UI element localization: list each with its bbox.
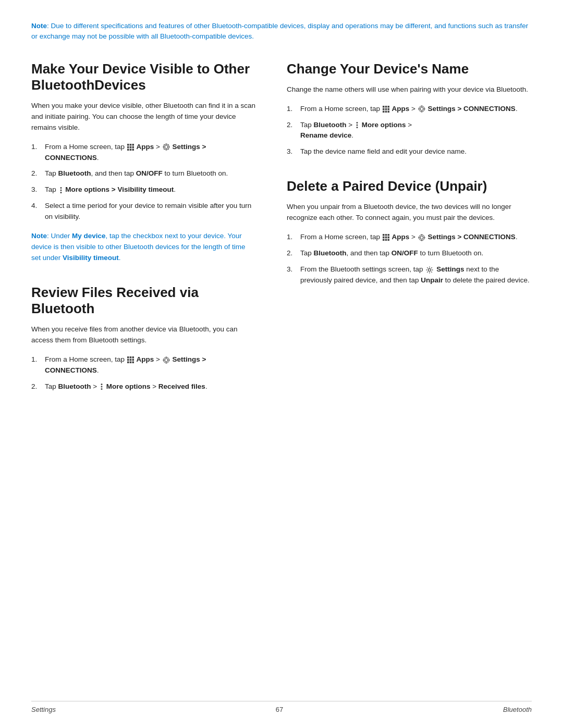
svg-rect-66 [387, 239, 389, 241]
step-num: 1. [31, 354, 41, 376]
svg-rect-41 [385, 106, 387, 108]
step-content: Tap Bluetooth > More options > Received … [45, 381, 255, 392]
change-name-steps: 1. From a Home screen, tap [287, 104, 532, 158]
svg-rect-60 [387, 234, 389, 236]
footer-page-number: 67 [276, 706, 283, 713]
settings-icon-inline [418, 105, 425, 113]
step-bold: Settings > CONNECTIONS [45, 143, 206, 162]
step-bold: Settings > CONNECTIONS [427, 105, 515, 113]
step-bold: ON/OFF [136, 169, 163, 177]
page: Note: Due to different specifications an… [0, 0, 563, 728]
delete-paired-step-2: 2. Tap Bluetooth, and then tap ON/OFF to… [287, 248, 532, 259]
make-visible-step-1: 1. From a Home screen, tap [31, 142, 255, 164]
gear-settings-icon [426, 266, 433, 274]
change-name-step-2: 2. Tap Bluetooth > More options > [287, 120, 532, 142]
svg-point-67 [420, 236, 423, 239]
step-content: Tap Bluetooth > More options > Rename de… [300, 120, 532, 142]
svg-rect-48 [387, 110, 389, 113]
svg-point-38 [101, 386, 102, 388]
make-visible-step-3: 3. Tap More options > Visibility timeo [31, 184, 255, 195]
top-note: Note: Due to different specifications an… [31, 21, 532, 42]
step-bold: Apps [392, 105, 410, 113]
review-files-heading: Review Files Received viaBluetooth [31, 285, 255, 317]
review-files-step-2: 2. Tap Bluetooth > More options > [31, 381, 255, 392]
svg-rect-7 [130, 149, 132, 151]
svg-rect-1 [130, 144, 132, 146]
step-bold: More options [106, 382, 151, 390]
make-visible-section: Make Your Device Visible to Other Blueto… [31, 61, 255, 264]
svg-point-32 [163, 357, 169, 363]
step-bold: Bluetooth [58, 382, 91, 390]
svg-rect-43 [383, 108, 385, 110]
step-bold: Apps [392, 233, 410, 241]
step-num: 4. [31, 201, 41, 223]
svg-rect-0 [127, 144, 129, 146]
svg-rect-11 [166, 144, 167, 145]
step-bold: Bluetooth [314, 121, 347, 129]
svg-rect-23 [130, 356, 132, 359]
delete-paired-section: Delete a Paired Device (Unpair) When you… [287, 178, 532, 286]
svg-rect-28 [127, 362, 129, 364]
step-content: From a Home screen, tap [45, 142, 255, 164]
step-content: From a Home screen, tap [45, 354, 255, 376]
delete-paired-intro: When you unpair from a Bluetooth device,… [287, 202, 532, 224]
settings-icon-inline [163, 356, 170, 364]
change-name-section: Change Your Device's Name Change the nam… [287, 61, 532, 158]
svg-rect-29 [130, 362, 132, 364]
more-options-icon [100, 383, 104, 390]
step-content: Tap Bluetooth, and then tap ON/OFF to tu… [45, 168, 255, 179]
svg-rect-40 [383, 106, 385, 108]
svg-rect-6 [127, 149, 129, 151]
svg-rect-45 [387, 108, 389, 110]
step-bold: More options > Visibility timeout [65, 186, 174, 193]
svg-rect-5 [132, 146, 134, 148]
review-files-steps: 1. From a Home screen, tap [31, 354, 255, 392]
step-bold: Received files [158, 382, 205, 390]
apps-icon-inline [127, 356, 134, 363]
step-num: 2. [287, 248, 296, 259]
svg-rect-59 [385, 234, 387, 236]
svg-rect-25 [127, 359, 129, 361]
svg-rect-2 [132, 144, 134, 146]
make-visible-steps: 1. From a Home screen, tap [31, 142, 255, 223]
apps-icon-inline [383, 234, 389, 241]
two-col-layout: Make Your Device Visible to Other Blueto… [31, 61, 532, 413]
svg-rect-34 [166, 362, 167, 363]
svg-point-68 [419, 235, 424, 240]
svg-rect-44 [385, 108, 387, 110]
svg-rect-14 [168, 146, 169, 147]
svg-rect-65 [385, 239, 387, 241]
svg-rect-54 [424, 108, 425, 109]
svg-rect-58 [383, 234, 385, 236]
svg-point-57 [356, 127, 358, 128]
left-column: Make Your Device Visible to Other Blueto… [31, 61, 255, 413]
step-content: Select a time period for your device to … [45, 201, 255, 223]
delete-paired-heading: Delete a Paired Device (Unpair) [287, 178, 532, 194]
step-bold: More options [362, 121, 406, 129]
step-num: 3. [31, 184, 41, 195]
svg-point-21 [60, 192, 62, 193]
step-content: From a Home screen, tap [300, 104, 532, 115]
svg-rect-26 [130, 359, 132, 361]
svg-rect-30 [132, 362, 134, 364]
svg-rect-62 [385, 237, 387, 239]
right-column: Change Your Device's Name Change the nam… [287, 61, 532, 413]
review-files-step-1: 1. From a Home screen, tap [31, 354, 255, 376]
step-num: 3. [287, 146, 296, 157]
step-bold: Bluetooth [314, 249, 347, 257]
svg-rect-4 [130, 146, 132, 148]
svg-rect-36 [168, 360, 169, 361]
svg-point-73 [429, 268, 431, 271]
step-content: Tap More options > Visibility timeout. [45, 184, 255, 195]
svg-rect-46 [383, 110, 385, 113]
make-visible-step-2: 2. Tap Bluetooth, and then tap ON/OFF to… [31, 168, 255, 179]
make-visible-step-4: 4. Select a time period for your device … [31, 201, 255, 223]
svg-point-19 [60, 187, 62, 189]
step-bold: Bluetooth [58, 169, 91, 177]
svg-rect-70 [421, 240, 422, 241]
svg-rect-3 [127, 146, 129, 148]
apps-icon-inline [127, 144, 134, 151]
step-bold: Settings [436, 265, 464, 273]
step-bold: Rename device [300, 131, 351, 139]
step-bold: Settings > CONNECTIONS [427, 233, 515, 241]
